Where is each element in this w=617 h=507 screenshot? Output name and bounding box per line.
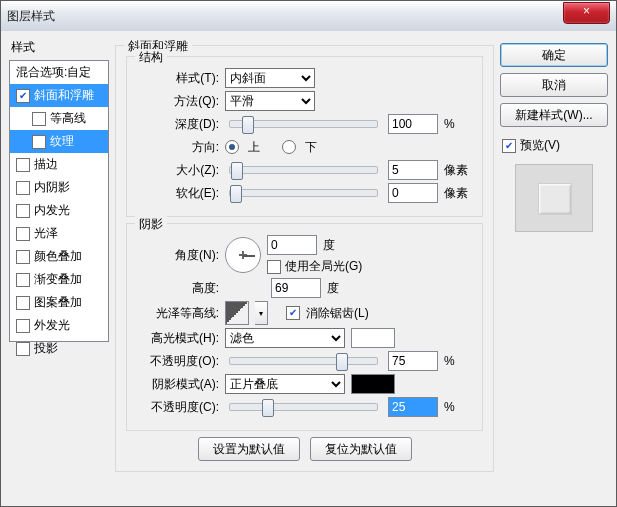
- direction-label: 方向:: [137, 139, 219, 156]
- checkbox-icon[interactable]: [16, 296, 30, 310]
- shadow-opacity-label: 不透明度(C):: [137, 399, 219, 416]
- list-item-contour[interactable]: 等高线: [10, 107, 108, 130]
- preview-checkbox[interactable]: [502, 139, 516, 153]
- list-item-outer-glow[interactable]: 外发光: [10, 314, 108, 337]
- checkbox-icon[interactable]: [32, 135, 46, 149]
- ok-button[interactable]: 确定: [500, 43, 608, 67]
- method-label: 方法(Q):: [137, 93, 219, 110]
- checkbox-icon[interactable]: [16, 181, 30, 195]
- method-select[interactable]: 平滑: [225, 91, 315, 111]
- highlight-opacity-input[interactable]: 75: [388, 351, 438, 371]
- highlight-opacity-slider[interactable]: [229, 357, 378, 365]
- angle-unit: 度: [323, 237, 351, 254]
- list-item-bevel-emboss[interactable]: 斜面和浮雕: [10, 84, 108, 107]
- angle-input[interactable]: 0: [267, 235, 317, 255]
- styles-list: 混合选项:自定 斜面和浮雕 等高线 纹理 描边 内阴影 内发光 光泽: [9, 60, 109, 342]
- close-button[interactable]: ×: [563, 2, 610, 24]
- cancel-button[interactable]: 取消: [500, 73, 608, 97]
- shadow-opacity-input[interactable]: 25: [388, 397, 438, 417]
- gloss-contour-picker[interactable]: [225, 301, 249, 325]
- depth-label: 深度(D):: [137, 116, 219, 133]
- list-item-inner-shadow[interactable]: 内阴影: [10, 176, 108, 199]
- checkbox-icon[interactable]: [16, 89, 30, 103]
- highlight-mode-label: 高光模式(H):: [137, 330, 219, 347]
- checkbox-icon[interactable]: [16, 204, 30, 218]
- list-item-drop-shadow[interactable]: 投影: [10, 337, 108, 360]
- shadow-mode-select[interactable]: 正片叠底: [225, 374, 345, 394]
- highlight-color-swatch[interactable]: [351, 328, 395, 348]
- altitude-input[interactable]: 69: [271, 278, 321, 298]
- depth-slider[interactable]: [229, 120, 378, 128]
- styles-heading: 样式: [9, 39, 109, 56]
- depth-input[interactable]: 100: [388, 114, 438, 134]
- shadow-opacity-unit: %: [444, 400, 472, 414]
- structure-group: 结构 样式(T): 内斜面 方法(Q): 平滑 深度(D): 100 %: [126, 56, 483, 217]
- highlight-opacity-unit: %: [444, 354, 472, 368]
- soften-unit: 像素: [444, 185, 472, 202]
- size-label: 大小(Z):: [137, 162, 219, 179]
- list-item-blend-options[interactable]: 混合选项:自定: [10, 61, 108, 84]
- chevron-down-icon[interactable]: ▾: [255, 301, 268, 325]
- list-item-pattern-overlay[interactable]: 图案叠加: [10, 291, 108, 314]
- altitude-unit: 度: [327, 280, 355, 297]
- gloss-contour-label: 光泽等高线:: [137, 305, 219, 322]
- shadow-color-swatch[interactable]: [351, 374, 395, 394]
- style-select[interactable]: 内斜面: [225, 68, 315, 88]
- size-slider[interactable]: [229, 166, 378, 174]
- size-input[interactable]: 5: [388, 160, 438, 180]
- list-item-inner-glow[interactable]: 内发光: [10, 199, 108, 222]
- angle-label: 角度(N):: [137, 247, 219, 264]
- checkbox-icon[interactable]: [32, 112, 46, 126]
- shading-legend: 阴影: [135, 216, 167, 233]
- soften-input[interactable]: 0: [388, 183, 438, 203]
- checkbox-icon[interactable]: [16, 250, 30, 264]
- checkbox-icon[interactable]: [16, 227, 30, 241]
- window-title: 图层样式: [7, 8, 55, 25]
- list-item-texture[interactable]: 纹理: [10, 130, 108, 153]
- shading-group: 阴影 角度(N): 0 度 使用全局光(G): [126, 223, 483, 431]
- list-item-gradient-overlay[interactable]: 渐变叠加: [10, 268, 108, 291]
- checkbox-icon[interactable]: [16, 273, 30, 287]
- list-item-stroke[interactable]: 描边: [10, 153, 108, 176]
- highlight-opacity-label: 不透明度(O):: [137, 353, 219, 370]
- make-default-button[interactable]: 设置为默认值: [198, 437, 300, 461]
- direction-down-radio[interactable]: [282, 140, 296, 154]
- list-item-satin[interactable]: 光泽: [10, 222, 108, 245]
- close-icon: ×: [583, 4, 590, 18]
- antialias-label: 消除锯齿(L): [306, 305, 369, 322]
- angle-dial[interactable]: [225, 237, 261, 273]
- structure-legend: 结构: [135, 49, 167, 66]
- shadow-mode-label: 阴影模式(A):: [137, 376, 219, 393]
- style-label: 样式(T):: [137, 70, 219, 87]
- checkbox-icon[interactable]: [16, 342, 30, 356]
- depth-unit: %: [444, 117, 472, 131]
- preview-thumbnail: [515, 164, 593, 232]
- checkbox-icon[interactable]: [16, 319, 30, 333]
- antialias-checkbox[interactable]: [286, 306, 300, 320]
- list-item-color-overlay[interactable]: 颜色叠加: [10, 245, 108, 268]
- soften-label: 软化(E):: [137, 185, 219, 202]
- checkbox-icon[interactable]: [16, 158, 30, 172]
- new-style-button[interactable]: 新建样式(W)...: [500, 103, 608, 127]
- titlebar: 图层样式 ×: [1, 1, 616, 32]
- direction-up-radio[interactable]: [225, 140, 239, 154]
- preview-label: 预览(V): [520, 137, 560, 154]
- soften-slider[interactable]: [229, 189, 378, 197]
- reset-default-button[interactable]: 复位为默认值: [310, 437, 412, 461]
- shadow-opacity-slider[interactable]: [229, 403, 378, 411]
- layer-style-dialog: 图层样式 × 样式 混合选项:自定 斜面和浮雕 等高线: [0, 0, 617, 507]
- global-light-label: 使用全局光(G): [285, 258, 362, 275]
- size-unit: 像素: [444, 162, 472, 179]
- altitude-label: 高度:: [137, 280, 219, 297]
- bevel-emboss-group: 斜面和浮雕 结构 样式(T): 内斜面 方法(Q): 平滑 深度(D): 10: [115, 45, 494, 472]
- highlight-mode-select[interactable]: 滤色: [225, 328, 345, 348]
- global-light-checkbox[interactable]: [267, 260, 281, 274]
